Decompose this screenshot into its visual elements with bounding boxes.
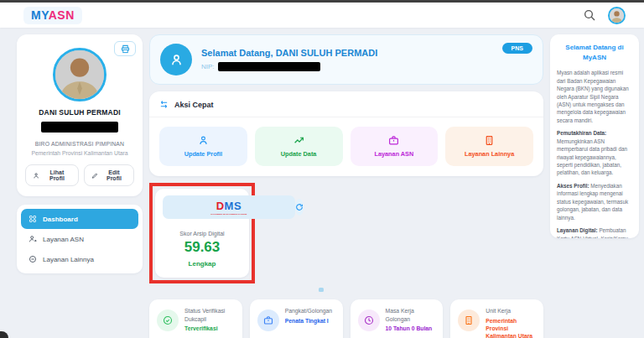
quick-actions-card: Aksi Cepat Update Profil Update Data <box>149 91 543 176</box>
status-title: Pangkat/Golongan <box>285 307 332 315</box>
sidebar-item-layanan-asn[interactable]: Layanan ASN <box>21 229 138 249</box>
printer-icon <box>121 44 130 54</box>
logo-my-text: MY <box>31 8 49 22</box>
myasn-logo[interactable]: MYASN <box>23 7 82 24</box>
redacted-nip-value <box>218 62 320 71</box>
status-title: Unit Kerja <box>486 307 536 315</box>
refresh-icon <box>295 203 304 211</box>
status-card-dukcapil[interactable]: Status Verifikasi Dukcapil Terverifikasi <box>149 299 242 338</box>
user-avatar[interactable] <box>608 7 626 24</box>
profile-card: DANI SULUH PERMADI BIRO ADMINISTRASI PIM… <box>17 34 143 196</box>
status-value: Penata Tingkat I <box>285 317 332 325</box>
sidebar-item-label: Layanan Lainnya <box>43 256 94 263</box>
info-panel-section: Pemutakhiran Data: Memungkinkan ASN memp… <box>557 129 632 177</box>
person-icon <box>33 172 39 179</box>
update-data-tile[interactable]: Update Data <box>255 127 343 166</box>
tile-label: Update Profil <box>184 150 222 158</box>
welcome-title: Selamat Datang, DANI SULUH PERMADI <box>201 48 377 58</box>
search-icon[interactable] <box>583 8 596 22</box>
profile-name: DANI SULUH PERMADI <box>25 108 134 117</box>
clock-icon <box>358 309 380 331</box>
pencil-icon <box>91 172 98 179</box>
dms-logo-d: D <box>216 200 225 212</box>
welcome-banner: Selamat Datang, DANI SULUH PERMADI NIP: … <box>149 34 543 85</box>
section-lead: Pemutakhiran Data: <box>557 130 606 136</box>
welcome-info-panel: Selamat Datang di MyASN Myasn adalah apl… <box>550 34 639 238</box>
status-value: 10 Tahun 0 Bulan <box>386 325 436 332</box>
building-icon <box>458 309 480 331</box>
redacted-nip <box>41 122 118 133</box>
nip-label: NIP: <box>201 63 215 70</box>
sidebar-item-layanan-lainnya[interactable]: Layanan Lainnya <box>21 249 138 269</box>
status-value: Pemerintah Provinsi Kalimantan Utara <box>486 317 536 338</box>
person-arrow-icon <box>29 235 37 243</box>
logo-asn-text: ASN <box>49 8 75 22</box>
profile-unit: BIRO ADMINISTRASI PIMPINAN <box>25 141 134 147</box>
briefcase-icon <box>388 135 399 146</box>
section-lead: Akses Profil: <box>557 183 589 189</box>
sidebar-item-dashboard[interactable]: Dashboard <box>21 209 138 229</box>
swap-arrows-icon <box>159 100 169 109</box>
trend-up-icon <box>293 135 304 146</box>
dms-logo-subtitle: DOCUMENT MANAGEMENT SYSTEM <box>211 213 247 214</box>
status-card-masa-kerja[interactable]: Masa Kerja Golongan 10 Tahun 0 Bulan <box>351 299 444 338</box>
lihat-profil-label: Lihat Profil <box>43 169 70 181</box>
sidebar-menu: Dashboard Layanan ASN Layanan Lainnya <box>17 205 143 273</box>
briefcase-icon <box>257 309 279 331</box>
status-value: Terverifikasi <box>184 325 235 332</box>
status-card-pangkat[interactable]: Pangkat/Golongan Penata Tingkat I <box>250 299 343 338</box>
refresh-button[interactable] <box>295 199 304 216</box>
status-title: Status Verifikasi Dukcapil <box>184 307 235 323</box>
dms-score-label: Skor Arsip Digital <box>163 231 242 237</box>
update-profil-tile[interactable]: Update Profil <box>159 127 247 166</box>
dms-card: DMS DOCUMENT MANAGEMENT SYSTEM Skor Arsi… <box>155 189 249 278</box>
sidebar-item-label: Dashboard <box>43 216 78 223</box>
lihat-profil-button[interactable]: Lihat Profil <box>25 164 79 186</box>
edit-profil-button[interactable]: Edit Profil <box>84 164 134 186</box>
tile-label: Layanan Lainnya <box>465 150 514 158</box>
status-title: Masa Kerja Golongan <box>386 307 436 323</box>
sidebar-item-label: Layanan ASN <box>43 236 84 243</box>
person-icon <box>198 135 209 146</box>
grid-icon <box>29 215 37 223</box>
info-panel-section: Akses Profil: Menyediakan informasi leng… <box>557 182 632 221</box>
info-panel-title: Selamat Datang di MyASN <box>557 43 632 62</box>
dms-highlight-box: DMS DOCUMENT MANAGEMENT SYSTEM Skor Arsi… <box>149 183 255 283</box>
section-lead: Layanan Digital: <box>557 227 598 233</box>
info-panel-intro: Myasn adalah aplikasi resmi dari Badan K… <box>557 69 632 124</box>
tile-label: Layanan ASN <box>374 150 413 158</box>
status-card-unit-kerja[interactable]: Unit Kerja Pemerintah Provinsi Kalimanta… <box>450 299 543 338</box>
building-icon <box>484 135 495 146</box>
edit-profil-label: Edit Profil <box>101 169 127 181</box>
circle-dash-icon <box>29 255 37 263</box>
status-cards-row: Status Verifikasi Dukcapil Terverifikasi… <box>149 299 543 338</box>
profile-org: Pemerintah Provinsi Kalimantan Utara <box>25 150 134 156</box>
app-header: MYASN <box>0 3 644 28</box>
dms-logo-ms: MS <box>225 200 242 212</box>
divider <box>149 117 543 117</box>
dms-score-value: 59.63 <box>163 239 242 256</box>
quick-actions-title: Aksi Cepat <box>174 101 214 109</box>
decorative-dot <box>319 288 324 292</box>
layanan-lainnya-tile[interactable]: Layanan Lainnya <box>445 127 533 166</box>
section-text: Memungkinkan ASN memperbarui data pribad… <box>557 138 627 176</box>
welcome-avatar-icon <box>160 44 192 75</box>
pns-badge: PNS <box>502 43 532 54</box>
check-circle-icon <box>157 309 179 331</box>
info-panel-section: Layanan Digital: Pembuatan Kartu ASN Vir… <box>557 226 632 238</box>
print-button[interactable] <box>114 41 136 56</box>
dms-score-status: Lengkap <box>163 260 242 268</box>
tile-label: Update Data <box>281 150 317 158</box>
dms-logo[interactable]: DMS DOCUMENT MANAGEMENT SYSTEM <box>163 195 295 219</box>
profile-photo <box>53 48 106 101</box>
layanan-asn-tile[interactable]: Layanan ASN <box>351 127 439 166</box>
